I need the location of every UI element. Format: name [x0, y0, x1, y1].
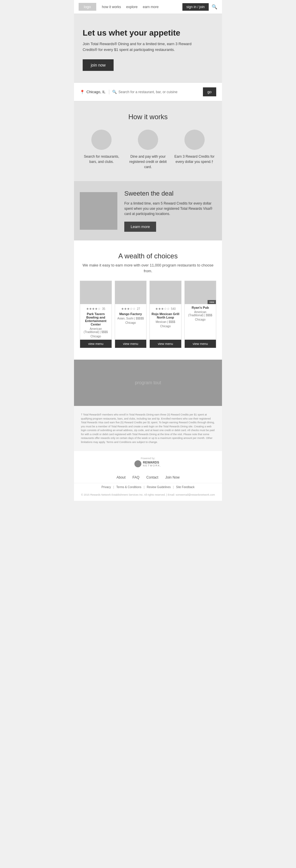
footer-review-guidelines[interactable]: Review Guidelines: [147, 486, 171, 489]
restaurant-info-4: Ryan's Pub American (Traditional) | $$$$…: [185, 304, 216, 340]
nav-link-how-it-works[interactable]: how it works: [102, 5, 121, 9]
how-it-works-section: How it works Search for restaurants, bar…: [74, 101, 222, 181]
powered-by-text: Powered by:: [141, 457, 155, 460]
step-2-text: Dine and pay with your registered credit…: [126, 154, 170, 169]
search-small-icon: 🔍: [112, 90, 117, 94]
copyright-text: © 2015 Rewards Network Establishment Ser…: [77, 493, 219, 496]
hero-section: Let us whet your appetite Join Total Rew…: [74, 14, 222, 83]
footer-sep-3: |: [173, 486, 174, 489]
rewards-logo: Powered by: REWARDS NETWORK.: [134, 457, 162, 467]
view-menu-button-1[interactable]: view menu: [80, 340, 111, 348]
stars-1: ★★★★☆ 35: [82, 306, 110, 311]
nav-link-explore[interactable]: explore: [126, 5, 138, 9]
search-bar: 📍 Chicago, IL 🔍 go: [74, 83, 222, 101]
rewards-network-name: REWARDS: [143, 461, 162, 464]
review-count-1: 35: [102, 307, 105, 310]
footer-nav: About FAQ Contact Join Now: [74, 472, 222, 483]
search-input-wrap: 🔍: [112, 90, 200, 94]
sweeten-content: Sweeten the deal For a limited time, ear…: [124, 190, 216, 232]
restaurant-img-2: [115, 281, 146, 304]
restaurant-name-4: Ryan's Pub: [187, 306, 215, 309]
restaurant-city-2: Chicago: [117, 321, 145, 324]
restaurant-type-1: American (Traditional) | $$$$: [82, 327, 110, 334]
restaurant-img-wrap-1: [80, 281, 111, 304]
restaurant-name-2: Mango Factory: [117, 312, 145, 316]
footer-bottom-links: Privacy | Terms & Conditions | Review Gu…: [74, 483, 222, 491]
restaurant-img-wrap-4: new: [185, 281, 216, 304]
footer-site-feedback[interactable]: Site Feedback: [176, 486, 195, 489]
restaurant-img-wrap-2: [115, 281, 146, 304]
nav-links: how it works explore earn more: [102, 5, 183, 9]
sweeten-section: Sweeten the deal For a limited time, ear…: [74, 181, 222, 241]
footer-privacy[interactable]: Privacy: [101, 486, 111, 489]
search-icon[interactable]: 🔍: [211, 4, 218, 9]
logo: logo: [78, 3, 96, 11]
restaurant-img-wrap-3: [150, 281, 181, 304]
step-3-icon: [185, 130, 205, 150]
step-3-text: Earn 3 Reward Credits for every dollar y…: [172, 154, 216, 164]
view-menu-button-4[interactable]: view menu: [185, 340, 216, 348]
wealth-section: A wealth of choices We make it easy to e…: [74, 241, 222, 360]
footer-link-join-now[interactable]: Join Now: [165, 475, 179, 479]
rewards-network-text-wrap: REWARDS NETWORK.: [143, 461, 162, 467]
learn-more-button[interactable]: Learn more: [124, 222, 156, 232]
step-2-icon: [138, 130, 158, 150]
restaurant-name-3: Rojo Mexican Grill North Loop: [152, 312, 179, 319]
sweeten-body: For a limited time, earn 5 Reward Credit…: [124, 201, 216, 216]
location-box: 📍 Chicago, IL: [80, 90, 109, 94]
review-count-3: 540: [171, 307, 176, 310]
program-tout-label: program tout: [135, 380, 161, 385]
wealth-heading: A wealth of choices: [80, 252, 216, 260]
restaurant-card-3: ★★★☆☆ 540 Rojo Mexican Grill North Loop …: [150, 281, 182, 348]
footer-link-faq[interactable]: FAQ: [132, 475, 139, 479]
disclaimer: † Total Rewards® members who enroll in T…: [74, 406, 222, 451]
search-input[interactable]: [119, 90, 200, 94]
rewards-network-icon: [134, 460, 141, 467]
review-count-2: 27: [137, 307, 140, 310]
view-menu-button-3[interactable]: view menu: [150, 340, 181, 348]
rewards-network-sub: NETWORK.: [143, 464, 162, 467]
location-text: Chicago, IL: [87, 90, 105, 94]
footer-link-contact[interactable]: Contact: [146, 475, 158, 479]
nav-link-earn-more[interactable]: earn more: [143, 5, 159, 9]
sweeten-heading: Sweeten the deal: [124, 190, 216, 197]
disclaimer-text: † Total Rewards® members who enroll in T…: [81, 413, 215, 444]
restaurant-info-2: ★★★☆☆ 27 Mango Factory Asian, Sushi | $$…: [115, 304, 146, 340]
restaurant-img-3: [150, 281, 181, 304]
restaurant-grid: ★★★★☆ 35 Park Tavern Bowling and Enterta…: [80, 281, 216, 348]
go-button[interactable]: go: [203, 87, 216, 96]
how-it-works-heading: How it works: [80, 113, 216, 121]
restaurant-card-4: new Ryan's Pub American (Traditional) | …: [185, 281, 217, 348]
hero-heading: Let us whet your appetite: [83, 28, 213, 38]
step-3: Earn 3 Reward Credits for every dollar y…: [172, 130, 216, 169]
restaurant-city-4: Chicago: [187, 318, 215, 321]
step-1: Search for restaurants, bars, and clubs.: [80, 130, 124, 169]
navbar: logo how it works explore earn more sign…: [74, 0, 222, 14]
footer-sep-1: |: [113, 486, 114, 489]
footer-terms[interactable]: Terms & Conditions: [116, 486, 141, 489]
restaurant-img-1: [80, 281, 111, 304]
restaurant-info-3: ★★★☆☆ 540 Rojo Mexican Grill North Loop …: [150, 304, 181, 340]
footer-link-about[interactable]: About: [117, 475, 126, 479]
restaurant-type-3: Mexican | $$$$: [152, 320, 179, 323]
step-2: Dine and pay with your registered credit…: [126, 130, 170, 169]
restaurant-type-2: Asian, Sushi | $$$$$: [117, 317, 145, 320]
footer-logo-wrap: Powered by: REWARDS NETWORK.: [74, 451, 222, 472]
hero-body: Join Total Rewards® Dining and for a lim…: [83, 41, 193, 52]
footer-sep-2: |: [144, 486, 144, 489]
sweeten-image: [80, 192, 118, 230]
steps-container: Search for restaurants, bars, and clubs.…: [80, 130, 216, 169]
restaurant-city-3: Chicago: [152, 324, 179, 328]
stars-2: ★★★☆☆ 27: [117, 306, 145, 311]
restaurant-city-1: Chicago: [82, 335, 110, 338]
rewards-network-logo: REWARDS NETWORK.: [134, 460, 162, 467]
program-tout: program tout: [74, 360, 222, 406]
new-badge: new: [207, 300, 216, 304]
view-menu-button-2[interactable]: view menu: [115, 340, 146, 348]
copyright: © 2015 Rewards Network Establishment Ser…: [74, 491, 222, 501]
join-now-button[interactable]: join now: [83, 59, 113, 71]
signin-button[interactable]: sign in / join: [183, 3, 209, 11]
step-1-icon: [91, 130, 111, 150]
location-pin-icon: 📍: [80, 90, 85, 94]
restaurant-type-4: American (Traditional) | $$$$: [187, 310, 215, 317]
